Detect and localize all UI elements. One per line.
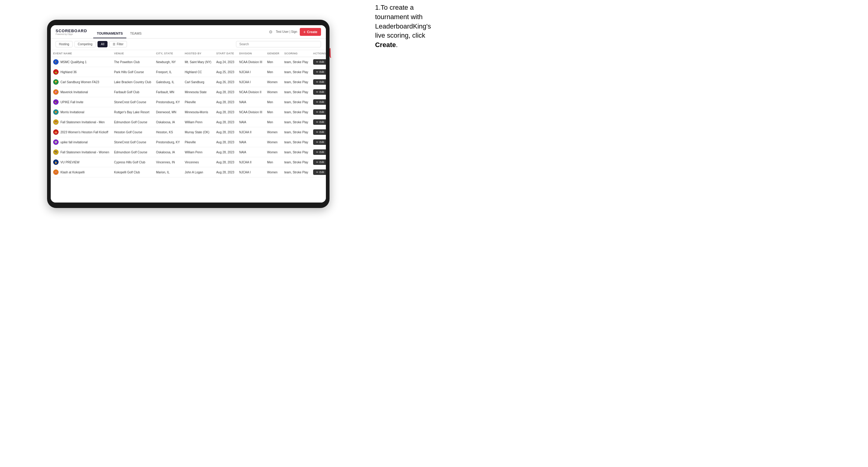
cell-venue: Edmundson Golf Course	[112, 147, 153, 157]
team-logo: 🏌	[53, 59, 59, 65]
edit-button[interactable]: ✏ Edit	[313, 69, 326, 75]
event-name-text: Highland 36	[60, 70, 76, 74]
cell-hosted-by: Minnesota-Morris	[182, 107, 214, 117]
cell-event-name: 🦅 UPIKE Fall Invite	[51, 97, 112, 107]
cell-scoring: team, Stroke Play	[282, 97, 311, 107]
cell-division: NAIA	[237, 117, 265, 127]
cell-actions: ✏ Edit	[311, 77, 326, 87]
cell-hosted-by: Highland CC	[182, 67, 214, 77]
cell-start-date: Aug 28, 2023	[214, 137, 237, 147]
table-row: 🦅 UPIKE Fall Invite StoneCrest Golf Cour…	[51, 97, 326, 107]
cell-division: NJCAA II	[237, 157, 265, 167]
cell-hosted-by: William Penn	[182, 147, 214, 157]
hosting-filter-button[interactable]: Hosting	[56, 41, 72, 48]
edit-button[interactable]: ✏ Edit	[313, 149, 326, 155]
tablet-frame: SCOREBOARD Powered by Clippr TOURNAMENTS…	[47, 20, 330, 208]
logo-main-text: SCOREBOARD	[56, 29, 87, 33]
table-row: 🐺 upike fall invitational StoneCrest Gol…	[51, 137, 326, 147]
cell-start-date: Aug 28, 2023	[214, 157, 237, 167]
edit-icon: ✏	[316, 100, 318, 103]
cell-division: NJCAA II	[237, 127, 265, 137]
create-button[interactable]: Create	[300, 28, 321, 36]
edit-icon: ✏	[316, 131, 318, 134]
edit-icon: ✏	[316, 151, 318, 154]
cell-venue: Lake Bracken Country Club	[112, 77, 153, 87]
cell-scoring: team, Stroke Play	[282, 127, 311, 137]
cell-city-state: Prestonsburg, KY	[154, 137, 182, 147]
cell-actions: ✏ Edit	[311, 67, 326, 77]
cell-start-date: Aug 28, 2023	[214, 117, 237, 127]
cell-division: NAIA	[237, 137, 265, 147]
cell-start-date: Aug 28, 2023	[214, 97, 237, 107]
cell-start-date: Aug 26, 2023	[214, 77, 237, 87]
cell-hosted-by: Murray State (OK)	[182, 127, 214, 137]
team-logo: 🎯	[53, 89, 59, 95]
cell-start-date: Aug 28, 2023	[214, 127, 237, 137]
table-row: 🦅 Fall Statesmen Invitational - Women Ed…	[51, 147, 326, 157]
cell-hosted-by: Mt. Saint Mary (NY)	[182, 57, 214, 67]
team-logo: 🐺	[53, 139, 59, 145]
cell-start-date: Aug 28, 2023	[214, 87, 237, 97]
cell-hosted-by: Minnesota State	[182, 87, 214, 97]
table-row: 🎯 Maverick Invitational Faribault Golf C…	[51, 87, 326, 97]
competing-filter-button[interactable]: Competing	[74, 41, 96, 48]
event-name-text: Maverick Invitational	[60, 91, 88, 94]
filter-icon-button[interactable]: ☰ Filter	[109, 41, 127, 48]
app-logo: SCOREBOARD Powered by Clippr	[56, 29, 87, 35]
edit-button[interactable]: ✏ Edit	[313, 89, 326, 95]
cell-venue: Park Hills Golf Course	[112, 67, 153, 77]
cell-start-date: Aug 24, 2023	[214, 57, 237, 67]
edit-button[interactable]: ✏ Edit	[313, 79, 326, 85]
edit-icon: ✏	[316, 81, 318, 84]
cell-division: NJCAA I	[237, 67, 265, 77]
cell-scoring: team, Stroke Play	[282, 77, 311, 87]
cell-division: NCAA Division II	[237, 87, 265, 97]
col-event-name: EVENT NAME	[51, 50, 112, 57]
cell-gender: Women	[265, 137, 282, 147]
tab-teams[interactable]: TEAMS	[126, 25, 145, 38]
events-table: EVENT NAME VENUE CITY, STATE HOSTED BY S…	[51, 50, 326, 177]
event-name-text: 2023 Women's Hesston Fall Kickoff	[60, 131, 108, 134]
cell-hosted-by: Vincennes	[182, 157, 214, 167]
cell-actions: ✏ Edit	[311, 167, 326, 177]
all-filter-button[interactable]: All	[97, 41, 107, 48]
edit-button[interactable]: ✏ Edit	[313, 109, 326, 115]
search-input[interactable]	[236, 41, 321, 48]
edit-button[interactable]: ✏ Edit	[313, 169, 326, 175]
annotation-text: 1.To create a tournament with Leaderboar…	[375, 3, 431, 50]
cell-division: NAIA	[237, 97, 265, 107]
col-start-date: START DATE	[214, 50, 237, 57]
cell-actions: ✏ Edit	[311, 157, 326, 167]
edit-button[interactable]: ✏ Edit	[313, 159, 326, 165]
edit-button[interactable]: ✏ Edit	[313, 99, 326, 105]
cell-event-name: 🐯 Fall Statesmen Invitational - Men	[51, 117, 112, 127]
edit-button[interactable]: ✏ Edit	[313, 139, 326, 145]
table-row: 🏌 MSMC Qualifying 1 The Powelton Club Ne…	[51, 57, 326, 67]
team-logo: 🏅	[53, 159, 59, 165]
event-name-text: Carl Sandburg Women FA23	[60, 81, 99, 84]
cell-hosted-by: Pikeville	[182, 97, 214, 107]
cell-start-date: Aug 28, 2023	[214, 107, 237, 117]
event-name-text: upike fall invitational	[60, 141, 88, 144]
event-name-text: UPIKE Fall Invite	[60, 100, 84, 104]
cell-gender: Men	[265, 157, 282, 167]
team-logo: 🏆	[53, 79, 59, 85]
tab-tournaments[interactable]: TOURNAMENTS	[93, 25, 126, 38]
cell-event-name: 🐺 upike fall invitational	[51, 137, 112, 147]
team-logo: 🎪	[53, 169, 59, 175]
col-city-state: CITY, STATE	[154, 50, 182, 57]
edit-button[interactable]: ✏ Edit	[313, 119, 326, 125]
team-logo: 🦁	[53, 109, 59, 115]
event-name-text: MSMC Qualifying 1	[60, 60, 87, 64]
table-row: 🏅 VU PREVIEW Cypress Hills Golf Club Vin…	[51, 157, 326, 167]
table-row: ⛳ Highland 36 Park Hills Golf Course Fre…	[51, 67, 326, 77]
edit-button[interactable]: ✏ Edit	[313, 59, 326, 65]
cell-city-state: Galesburg, IL	[154, 77, 182, 87]
cell-division: NJCAA I	[237, 167, 265, 177]
cell-city-state: Freeport, IL	[154, 67, 182, 77]
edit-button[interactable]: ✏ Edit	[313, 129, 326, 135]
settings-icon[interactable]: ⚙	[268, 29, 273, 35]
cell-venue: Edmundson Golf Course	[112, 117, 153, 127]
cell-event-name: 🦊 2023 Women's Hesston Fall Kickoff	[51, 127, 112, 137]
cell-event-name: 🎯 Maverick Invitational	[51, 87, 112, 97]
